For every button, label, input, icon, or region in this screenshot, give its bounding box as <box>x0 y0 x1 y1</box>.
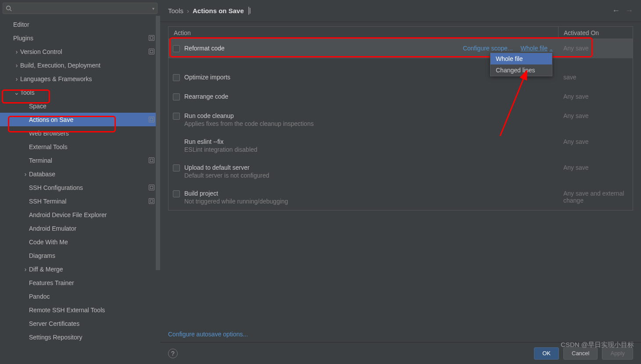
sidebar-item-label: Server Certificates <box>29 320 155 327</box>
checkbox[interactable] <box>173 190 180 197</box>
ok-button[interactable]: OK <box>534 347 559 360</box>
chevron-right-icon: › <box>22 266 29 273</box>
sidebar-item-features-trainer[interactable]: Features Trainer <box>0 276 160 289</box>
sidebar-item-label: Code With Me <box>29 239 155 246</box>
back-icon[interactable]: ← <box>612 6 620 15</box>
sidebar-item-label: SSH Terminal <box>29 198 149 205</box>
header-action: Action <box>168 29 558 36</box>
table-row[interactable]: Run eslint --fixESLint integration disab… <box>168 132 633 158</box>
sidebar-item-label: Plugins <box>13 35 149 42</box>
search-input[interactable] <box>14 5 152 12</box>
help-button[interactable]: ? <box>168 349 178 358</box>
sidebar-item-label: Terminal <box>29 157 149 164</box>
breadcrumb-sep: › <box>187 7 189 14</box>
action-title: Reformat code <box>184 45 225 52</box>
checkbox[interactable] <box>173 113 180 120</box>
project-badge-icon <box>149 157 155 164</box>
activated-on: Any save <box>558 88 633 100</box>
page-title: Actions on Save <box>193 7 244 14</box>
action-title: Build project <box>184 190 288 197</box>
scope-mode-dropdown[interactable]: Whole file⌄ <box>521 45 553 52</box>
chevron-down-icon[interactable]: ▾ <box>152 6 154 11</box>
activated-on: Any save <box>558 107 633 119</box>
sidebar-item-label: Version Control <box>20 48 149 55</box>
table-row[interactable]: Upload to default serverDefault server i… <box>168 158 633 184</box>
sidebar-item-tools[interactable]: ⌄Tools <box>0 86 160 99</box>
activated-on: save <box>558 68 633 81</box>
scrollbar[interactable] <box>156 16 160 270</box>
sidebar-item-diff-merge[interactable]: ›Diff & Merge <box>0 262 160 276</box>
settings-tree[interactable]: EditorPlugins›Version Control›Build, Exe… <box>0 16 160 364</box>
sidebar-item-code-with-me[interactable]: Code With Me <box>0 235 160 249</box>
sidebar-item-space[interactable]: Space <box>0 99 160 113</box>
sidebar-item-version-control[interactable]: ›Version Control <box>0 45 160 58</box>
sidebar-item-label: Build, Execution, Deployment <box>20 62 155 69</box>
action-title: Upload to default server <box>184 164 269 171</box>
sidebar-item-terminal[interactable]: Terminal <box>0 153 160 167</box>
sidebar-item-label: Space <box>29 103 155 110</box>
table-header: Action Activated On <box>168 26 633 39</box>
breadcrumb-root[interactable]: Tools <box>168 7 183 14</box>
sidebar-item-label: Actions on Save <box>29 116 149 123</box>
sidebar-item-server-certificates[interactable]: Server Certificates <box>0 317 160 330</box>
popup-item-whole-file[interactable]: Whole file <box>491 53 552 64</box>
scope-dropdown-popup[interactable]: Whole file Changed lines <box>490 53 552 76</box>
sidebar-item-label: External Tools <box>29 143 155 150</box>
sidebar-item-database[interactable]: ›Database <box>0 167 160 181</box>
breadcrumb: Tools › Actions on Save ← → <box>160 0 641 22</box>
chevron-down-icon: ⌄ <box>13 89 20 96</box>
checkbox[interactable] <box>173 93 180 100</box>
checkbox[interactable] <box>173 74 180 81</box>
sidebar-item-actions-on-save[interactable]: Actions on Save <box>0 113 160 126</box>
sidebar-item-pandoc[interactable]: Pandoc <box>0 289 160 303</box>
sidebar-item-label: Settings Repository <box>29 334 155 341</box>
sidebar-item-label: Editor <box>13 21 155 28</box>
action-title: Optimize imports <box>184 74 230 81</box>
sidebar-item-editor[interactable]: Editor <box>0 18 160 31</box>
sidebar-item-android-device-file-explorer[interactable]: Android Device File Explorer <box>0 208 160 221</box>
sidebar-item-plugins[interactable]: Plugins <box>0 31 160 45</box>
sidebar-item-android-emulator[interactable]: Android Emulator <box>0 221 160 235</box>
sidebar-item-label: Remote SSH External Tools <box>29 307 155 314</box>
header-activated: Activated On <box>558 27 633 39</box>
project-badge-icon <box>149 35 155 41</box>
action-subtitle: Applies fixes from the code cleanup insp… <box>184 120 314 127</box>
configure-autosave-link[interactable]: Configure autosave options... <box>168 331 248 338</box>
sidebar-item-build-execution-deployment[interactable]: ›Build, Execution, Deployment <box>0 58 160 72</box>
project-badge-icon <box>149 49 155 55</box>
sidebar-item-ssh-terminal[interactable]: SSH Terminal <box>0 194 160 208</box>
cancel-button[interactable]: Cancel <box>563 347 598 360</box>
activated-on: Any save <box>558 159 633 171</box>
chevron-right-icon: › <box>13 48 20 55</box>
checkbox[interactable] <box>173 45 180 52</box>
action-title: Run code cleanup <box>184 112 314 119</box>
sidebar-item-diagrams[interactable]: Diagrams <box>0 249 160 262</box>
project-badge-icon <box>149 117 155 123</box>
popup-item-changed-lines[interactable]: Changed lines <box>491 64 552 76</box>
configure-scope-link[interactable]: Configure scope... <box>463 45 513 52</box>
forward-icon[interactable]: → <box>625 6 633 15</box>
table-row[interactable]: Build projectNot triggered while running… <box>168 184 633 210</box>
search-input-wrap[interactable]: ▾ <box>3 3 158 14</box>
table-row[interactable]: Optimize importssave <box>168 68 633 87</box>
sidebar-item-remote-ssh-external-tools[interactable]: Remote SSH External Tools <box>0 303 160 317</box>
search-icon <box>6 5 12 11</box>
table-row[interactable]: Reformat codeConfigure scope...Whole fil… <box>168 39 633 58</box>
sidebar-item-label: Pandoc <box>29 293 155 300</box>
action-title: Run eslint --fix <box>184 138 258 145</box>
sidebar-item-languages-frameworks[interactable]: ›Languages & Frameworks <box>0 72 160 86</box>
sidebar-item-external-tools[interactable]: External Tools <box>0 140 160 153</box>
checkbox[interactable] <box>173 164 180 171</box>
sidebar-item-ssh-configurations[interactable]: SSH Configurations <box>0 181 160 194</box>
action-subtitle: Not triggered while running/debugging <box>184 198 288 205</box>
apply-button[interactable]: Apply <box>602 347 633 360</box>
chevron-right-icon: › <box>22 171 29 178</box>
table-row[interactable]: Rearrange codeAny save <box>168 87 633 107</box>
sidebar-item-label: Web Browsers <box>29 130 155 137</box>
activated-on: Any save and external change <box>558 185 633 204</box>
sidebar-item-settings-repository[interactable]: Settings Repository <box>0 330 160 344</box>
action-subtitle: ESLint integration disabled <box>184 146 258 153</box>
sidebar-item-web-browsers[interactable]: Web Browsers <box>0 126 160 140</box>
sidebar-item-label: Features Trainer <box>29 279 155 286</box>
table-row[interactable]: Run code cleanupApplies fixes from the c… <box>168 107 633 132</box>
